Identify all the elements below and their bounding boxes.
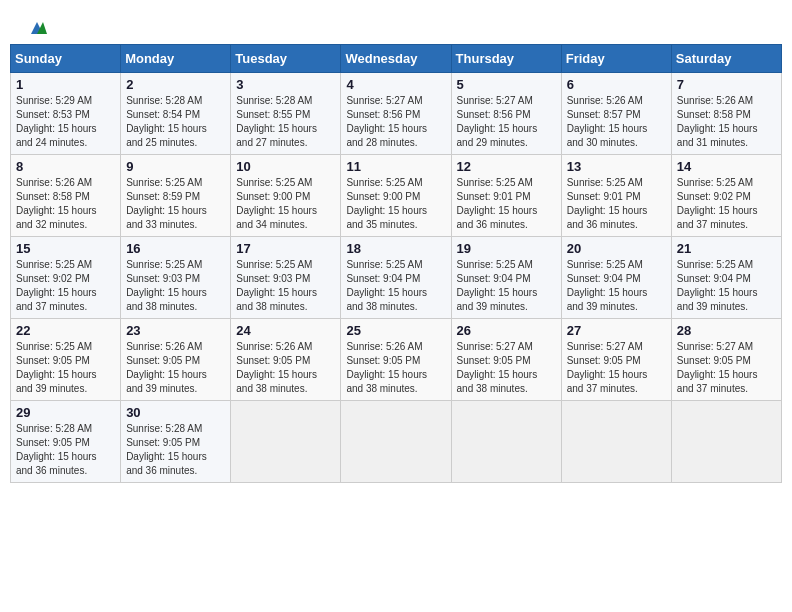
cell-info: Sunrise: 5:25 AM Sunset: 9:01 PM Dayligh… <box>567 176 666 232</box>
weekday-header: Sunday <box>11 45 121 73</box>
logo <box>25 20 47 36</box>
weekday-header: Wednesday <box>341 45 451 73</box>
day-number: 23 <box>126 323 225 338</box>
cell-info: Sunrise: 5:28 AM Sunset: 9:05 PM Dayligh… <box>16 422 115 478</box>
calendar-cell: 25Sunrise: 5:26 AM Sunset: 9:05 PM Dayli… <box>341 319 451 401</box>
cell-info: Sunrise: 5:29 AM Sunset: 8:53 PM Dayligh… <box>16 94 115 150</box>
day-number: 30 <box>126 405 225 420</box>
calendar-cell <box>561 401 671 483</box>
day-number: 18 <box>346 241 445 256</box>
cell-info: Sunrise: 5:25 AM Sunset: 9:02 PM Dayligh… <box>16 258 115 314</box>
calendar-cell: 5Sunrise: 5:27 AM Sunset: 8:56 PM Daylig… <box>451 73 561 155</box>
cell-info: Sunrise: 5:27 AM Sunset: 9:05 PM Dayligh… <box>567 340 666 396</box>
weekday-header: Tuesday <box>231 45 341 73</box>
day-number: 9 <box>126 159 225 174</box>
calendar-cell: 23Sunrise: 5:26 AM Sunset: 9:05 PM Dayli… <box>121 319 231 401</box>
day-number: 15 <box>16 241 115 256</box>
calendar-cell: 17Sunrise: 5:25 AM Sunset: 9:03 PM Dayli… <box>231 237 341 319</box>
day-number: 25 <box>346 323 445 338</box>
day-number: 5 <box>457 77 556 92</box>
day-number: 8 <box>16 159 115 174</box>
cell-info: Sunrise: 5:25 AM Sunset: 9:03 PM Dayligh… <box>236 258 335 314</box>
day-number: 28 <box>677 323 776 338</box>
day-number: 24 <box>236 323 335 338</box>
calendar-cell: 8Sunrise: 5:26 AM Sunset: 8:58 PM Daylig… <box>11 155 121 237</box>
weekday-header: Monday <box>121 45 231 73</box>
weekday-header: Thursday <box>451 45 561 73</box>
calendar-cell <box>231 401 341 483</box>
calendar-cell: 14Sunrise: 5:25 AM Sunset: 9:02 PM Dayli… <box>671 155 781 237</box>
cell-info: Sunrise: 5:25 AM Sunset: 9:00 PM Dayligh… <box>236 176 335 232</box>
calendar-cell: 22Sunrise: 5:25 AM Sunset: 9:05 PM Dayli… <box>11 319 121 401</box>
calendar-cell: 30Sunrise: 5:28 AM Sunset: 9:05 PM Dayli… <box>121 401 231 483</box>
cell-info: Sunrise: 5:26 AM Sunset: 9:05 PM Dayligh… <box>236 340 335 396</box>
calendar-cell: 24Sunrise: 5:26 AM Sunset: 9:05 PM Dayli… <box>231 319 341 401</box>
cell-info: Sunrise: 5:27 AM Sunset: 9:05 PM Dayligh… <box>677 340 776 396</box>
day-number: 21 <box>677 241 776 256</box>
calendar-cell: 13Sunrise: 5:25 AM Sunset: 9:01 PM Dayli… <box>561 155 671 237</box>
calendar-cell: 27Sunrise: 5:27 AM Sunset: 9:05 PM Dayli… <box>561 319 671 401</box>
day-number: 13 <box>567 159 666 174</box>
calendar-cell <box>451 401 561 483</box>
calendar-table: SundayMondayTuesdayWednesdayThursdayFrid… <box>10 44 782 483</box>
cell-info: Sunrise: 5:26 AM Sunset: 9:05 PM Dayligh… <box>346 340 445 396</box>
calendar-cell <box>341 401 451 483</box>
calendar-cell <box>671 401 781 483</box>
calendar-cell: 28Sunrise: 5:27 AM Sunset: 9:05 PM Dayli… <box>671 319 781 401</box>
cell-info: Sunrise: 5:27 AM Sunset: 8:56 PM Dayligh… <box>346 94 445 150</box>
day-number: 22 <box>16 323 115 338</box>
cell-info: Sunrise: 5:26 AM Sunset: 8:58 PM Dayligh… <box>677 94 776 150</box>
cell-info: Sunrise: 5:27 AM Sunset: 8:56 PM Dayligh… <box>457 94 556 150</box>
day-number: 16 <box>126 241 225 256</box>
day-number: 3 <box>236 77 335 92</box>
calendar-cell: 10Sunrise: 5:25 AM Sunset: 9:00 PM Dayli… <box>231 155 341 237</box>
cell-info: Sunrise: 5:26 AM Sunset: 8:57 PM Dayligh… <box>567 94 666 150</box>
cell-info: Sunrise: 5:25 AM Sunset: 9:04 PM Dayligh… <box>677 258 776 314</box>
calendar-cell: 3Sunrise: 5:28 AM Sunset: 8:55 PM Daylig… <box>231 73 341 155</box>
day-number: 17 <box>236 241 335 256</box>
calendar-cell: 11Sunrise: 5:25 AM Sunset: 9:00 PM Dayli… <box>341 155 451 237</box>
calendar-cell: 21Sunrise: 5:25 AM Sunset: 9:04 PM Dayli… <box>671 237 781 319</box>
calendar-cell: 20Sunrise: 5:25 AM Sunset: 9:04 PM Dayli… <box>561 237 671 319</box>
cell-info: Sunrise: 5:25 AM Sunset: 9:04 PM Dayligh… <box>457 258 556 314</box>
calendar-cell: 29Sunrise: 5:28 AM Sunset: 9:05 PM Dayli… <box>11 401 121 483</box>
cell-info: Sunrise: 5:28 AM Sunset: 8:55 PM Dayligh… <box>236 94 335 150</box>
cell-info: Sunrise: 5:27 AM Sunset: 9:05 PM Dayligh… <box>457 340 556 396</box>
cell-info: Sunrise: 5:26 AM Sunset: 9:05 PM Dayligh… <box>126 340 225 396</box>
cell-info: Sunrise: 5:28 AM Sunset: 9:05 PM Dayligh… <box>126 422 225 478</box>
cell-info: Sunrise: 5:26 AM Sunset: 8:58 PM Dayligh… <box>16 176 115 232</box>
day-number: 26 <box>457 323 556 338</box>
cell-info: Sunrise: 5:28 AM Sunset: 8:54 PM Dayligh… <box>126 94 225 150</box>
day-number: 10 <box>236 159 335 174</box>
cell-info: Sunrise: 5:25 AM Sunset: 9:04 PM Dayligh… <box>567 258 666 314</box>
day-number: 7 <box>677 77 776 92</box>
calendar-cell: 4Sunrise: 5:27 AM Sunset: 8:56 PM Daylig… <box>341 73 451 155</box>
day-number: 4 <box>346 77 445 92</box>
calendar-cell: 1Sunrise: 5:29 AM Sunset: 8:53 PM Daylig… <box>11 73 121 155</box>
day-number: 2 <box>126 77 225 92</box>
calendar-cell: 12Sunrise: 5:25 AM Sunset: 9:01 PM Dayli… <box>451 155 561 237</box>
cell-info: Sunrise: 5:25 AM Sunset: 9:05 PM Dayligh… <box>16 340 115 396</box>
weekday-header: Saturday <box>671 45 781 73</box>
calendar-cell: 18Sunrise: 5:25 AM Sunset: 9:04 PM Dayli… <box>341 237 451 319</box>
day-number: 20 <box>567 241 666 256</box>
weekday-header: Friday <box>561 45 671 73</box>
day-number: 29 <box>16 405 115 420</box>
cell-info: Sunrise: 5:25 AM Sunset: 9:04 PM Dayligh… <box>346 258 445 314</box>
calendar-cell: 19Sunrise: 5:25 AM Sunset: 9:04 PM Dayli… <box>451 237 561 319</box>
cell-info: Sunrise: 5:25 AM Sunset: 9:01 PM Dayligh… <box>457 176 556 232</box>
cell-info: Sunrise: 5:25 AM Sunset: 9:02 PM Dayligh… <box>677 176 776 232</box>
calendar-cell: 2Sunrise: 5:28 AM Sunset: 8:54 PM Daylig… <box>121 73 231 155</box>
calendar-cell: 7Sunrise: 5:26 AM Sunset: 8:58 PM Daylig… <box>671 73 781 155</box>
day-number: 6 <box>567 77 666 92</box>
cell-info: Sunrise: 5:25 AM Sunset: 8:59 PM Dayligh… <box>126 176 225 232</box>
cell-info: Sunrise: 5:25 AM Sunset: 9:03 PM Dayligh… <box>126 258 225 314</box>
day-number: 19 <box>457 241 556 256</box>
calendar-cell: 15Sunrise: 5:25 AM Sunset: 9:02 PM Dayli… <box>11 237 121 319</box>
cell-info: Sunrise: 5:25 AM Sunset: 9:00 PM Dayligh… <box>346 176 445 232</box>
day-number: 27 <box>567 323 666 338</box>
calendar-cell: 6Sunrise: 5:26 AM Sunset: 8:57 PM Daylig… <box>561 73 671 155</box>
header <box>10 10 782 44</box>
day-number: 14 <box>677 159 776 174</box>
calendar-cell: 9Sunrise: 5:25 AM Sunset: 8:59 PM Daylig… <box>121 155 231 237</box>
